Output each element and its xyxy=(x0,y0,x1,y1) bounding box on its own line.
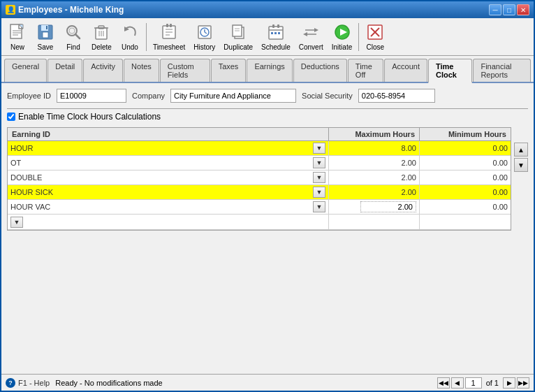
prev-page-button[interactable]: ◀ xyxy=(451,377,464,389)
tabs-bar: General Detail Activity Notes Custom Fie… xyxy=(1,56,534,83)
scroll-down-button[interactable]: ▼ xyxy=(514,158,528,172)
first-page-button[interactable]: ◀◀ xyxy=(437,377,450,389)
status-bar: ? F1 - Help Ready - No modifications mad… xyxy=(1,374,534,391)
new-button[interactable]: New xyxy=(4,20,31,53)
svg-rect-39 xyxy=(278,32,280,34)
svg-line-10 xyxy=(75,34,80,38)
tab-deductions[interactable]: Deductions xyxy=(293,59,347,82)
min-hours-value: 0.00 xyxy=(493,188,508,196)
earning-id-value: HOUR xyxy=(10,144,33,152)
ssn-input[interactable] xyxy=(358,89,435,103)
tab-activity[interactable]: Activity xyxy=(83,59,123,82)
table-row: HOUR SICK ▼ 2.00 0.00 xyxy=(8,185,511,200)
title-bar-left: 👤 Employees - Michelle King xyxy=(6,5,124,15)
save-button[interactable]: Save xyxy=(32,20,59,53)
min-hours-value: 0.00 xyxy=(493,159,508,167)
earning-dropdown[interactable]: ▼ xyxy=(313,201,325,212)
main-window: 👤 Employees - Michelle King ─ □ ✕ New Sa… xyxy=(0,0,535,392)
window-title: Employees - Michelle King xyxy=(18,5,124,15)
new-label: New xyxy=(10,43,24,51)
th-max-hours: Maximum Hours xyxy=(329,128,420,140)
initiate-button[interactable]: Initiate xyxy=(328,20,356,53)
max-hours-value: 2.00 xyxy=(402,188,416,196)
enable-checkbox-row: Enable Time Clock Hours Calculations xyxy=(7,112,528,122)
duplicate-button[interactable]: Duplicate xyxy=(220,20,256,53)
close-icon xyxy=(365,22,385,42)
earning-dropdown-empty[interactable]: ▼ xyxy=(10,217,23,228)
max-hours-cell[interactable] xyxy=(329,200,420,214)
earning-id-value: DOUBLE xyxy=(10,173,42,182)
min-hours-value: 0.00 xyxy=(493,203,508,211)
close-window-button[interactable]: ✕ xyxy=(517,4,529,15)
tab-time-clock[interactable]: Time Clock xyxy=(428,59,472,83)
status-left: ? F1 - Help Ready - No modifications mad… xyxy=(6,378,163,388)
schedule-label: Schedule xyxy=(261,43,291,51)
tab-custom-fields[interactable]: Custom Fields xyxy=(160,59,210,82)
min-hours-cell: 0.00 xyxy=(420,185,511,199)
max-hours-cell: 2.00 xyxy=(329,156,420,170)
employee-id-input[interactable] xyxy=(57,89,126,103)
tab-taxes[interactable]: Taxes xyxy=(211,59,247,82)
delete-button[interactable]: Delete xyxy=(88,20,115,53)
svg-rect-37 xyxy=(271,32,273,34)
max-hours-input[interactable] xyxy=(360,201,416,212)
th-earning-id: Earning ID xyxy=(8,128,329,140)
tab-notes[interactable]: Notes xyxy=(124,59,159,82)
scroll-up-button[interactable]: ▲ xyxy=(514,143,528,157)
max-hours-value: 2.00 xyxy=(402,159,416,167)
earning-dropdown[interactable]: ▼ xyxy=(313,187,325,198)
history-button[interactable]: History xyxy=(190,20,219,53)
find-icon xyxy=(64,22,83,42)
tab-account[interactable]: Account xyxy=(384,59,427,82)
tab-earnings[interactable]: Earnings xyxy=(247,59,292,82)
convert-button[interactable]: Convert xyxy=(295,20,327,53)
tab-general[interactable]: General xyxy=(4,59,47,82)
earning-dropdown[interactable]: ▼ xyxy=(313,172,325,183)
svg-point-11 xyxy=(69,28,75,34)
th-min-hours: Minimum Hours xyxy=(420,128,511,140)
timesheet-button[interactable]: Timesheet xyxy=(149,20,189,53)
table-container: Earning ID Maximum Hours Minimum Hours H… xyxy=(7,127,511,231)
status-text: Ready - No modifications made xyxy=(55,379,162,387)
svg-rect-14 xyxy=(98,26,104,29)
convert-icon xyxy=(301,22,321,42)
minimize-button[interactable]: ─ xyxy=(489,4,501,15)
table-row: OT ▼ 2.00 0.00 xyxy=(8,156,511,170)
earning-dropdown[interactable]: ▼ xyxy=(313,157,325,168)
employee-info-row: Employee ID Company Social Security xyxy=(7,89,528,103)
help-icon: ? xyxy=(6,378,15,388)
enable-timeclock-label: Enable Time Clock Hours Calculations xyxy=(18,112,161,122)
window-icon: 👤 xyxy=(6,5,15,15)
close-button[interactable]: Close xyxy=(362,20,388,53)
svg-rect-36 xyxy=(277,24,279,28)
tab-financial-reports[interactable]: Financial Reports xyxy=(473,59,531,82)
new-icon xyxy=(8,22,27,42)
tab-time-off[interactable]: Time Off xyxy=(348,59,383,82)
enable-timeclock-checkbox[interactable] xyxy=(7,112,15,121)
svg-rect-8 xyxy=(46,26,47,29)
history-icon xyxy=(195,22,214,42)
svg-rect-7 xyxy=(43,32,48,38)
help-label[interactable]: F1 - Help xyxy=(18,379,50,387)
undo-button[interactable]: Undo xyxy=(117,20,143,53)
table-header: Earning ID Maximum Hours Minimum Hours xyxy=(8,128,511,141)
svg-marker-40 xyxy=(314,28,318,32)
svg-rect-0 xyxy=(10,24,22,38)
max-hours-cell: 2.00 xyxy=(329,170,420,184)
close-label: Close xyxy=(366,43,384,51)
form-divider xyxy=(7,108,528,109)
find-button[interactable]: Find xyxy=(60,20,87,53)
table-row: DOUBLE ▼ 2.00 0.00 xyxy=(8,170,511,185)
min-hours-cell: 0.00 xyxy=(420,170,511,184)
schedule-button[interactable]: Schedule xyxy=(258,20,294,53)
page-number-input[interactable] xyxy=(465,377,482,389)
page-of-label: of 1 xyxy=(486,379,499,387)
maximize-button[interactable]: □ xyxy=(503,4,515,15)
next-page-button[interactable]: ▶ xyxy=(503,377,515,389)
earning-dropdown[interactable]: ▼ xyxy=(313,143,325,154)
earning-id-cell: HOUR VAC ▼ xyxy=(8,200,329,214)
last-page-button[interactable]: ▶▶ xyxy=(517,377,529,389)
separator-1 xyxy=(146,23,147,51)
company-input[interactable] xyxy=(170,89,296,103)
tab-detail[interactable]: Detail xyxy=(47,59,82,82)
